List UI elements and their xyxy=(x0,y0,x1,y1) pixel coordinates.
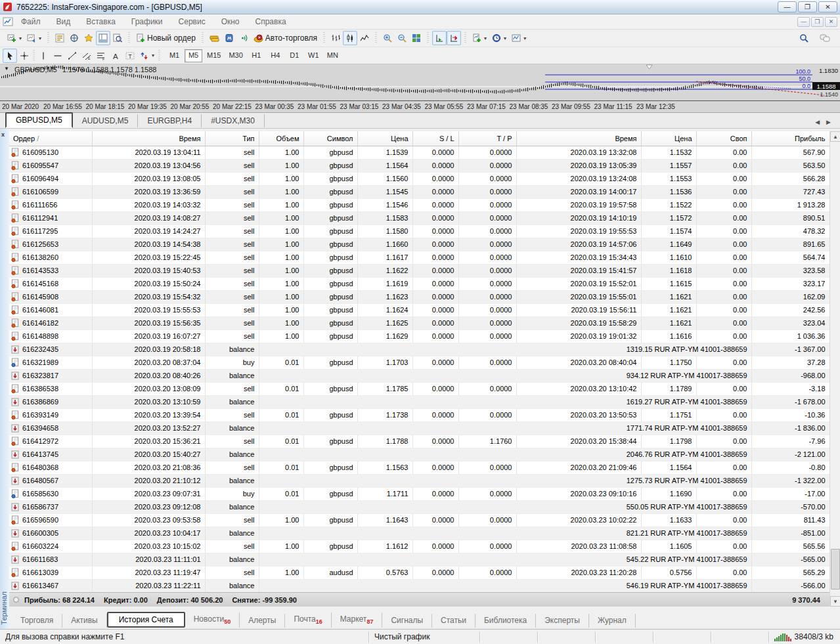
table-row[interactable]: 6163865382020.03.20 13:08:09sell0.01gbpu… xyxy=(9,382,829,395)
table-row[interactable]: 6163238172020.03.20 08:40:26balance934.1… xyxy=(9,369,829,382)
strategy-tester-button[interactable] xyxy=(110,31,125,45)
chart-tab-gbpusd-m5[interactable]: GBPUSD,M5 xyxy=(5,112,73,128)
chevron-down-icon[interactable]: ▼ xyxy=(4,66,9,74)
menu-item-Окно[interactable]: Окно xyxy=(213,15,248,28)
table-row[interactable]: 6161256532020.03.19 14:54:38sell1.00gbpu… xyxy=(9,238,829,251)
menu-item-Сервис[interactable]: Сервис xyxy=(171,15,213,28)
tab-алерты[interactable]: Алерты xyxy=(240,614,285,628)
indicators-button[interactable]: ▾ xyxy=(470,31,489,45)
table-row[interactable]: 6165856302020.03.23 09:07:31buy0.01gbpus… xyxy=(9,487,829,500)
dropdown-arrow-icon[interactable]: ▾ xyxy=(504,35,506,41)
dropdown-arrow-icon[interactable]: ▾ xyxy=(523,35,526,41)
tile-windows-button[interactable] xyxy=(409,31,424,45)
column-header[interactable]: Время xyxy=(92,131,205,146)
auto-scroll-button[interactable] xyxy=(432,31,447,45)
line-chart-button[interactable] xyxy=(357,31,372,45)
column-header[interactable]: Ордер / xyxy=(9,131,92,146)
table-row[interactable]: 6166003052020.03.23 10:04:17balance821.2… xyxy=(9,526,829,540)
menu-item-Файл[interactable]: Файл xyxy=(13,15,49,28)
close-icon[interactable]: x xyxy=(1,131,5,138)
table-row[interactable]: 6161451682020.03.19 15:50:24sell1.00gbpu… xyxy=(9,277,829,290)
table-row[interactable]: 6161129412020.03.19 14:08:27sell1.00gbpu… xyxy=(9,211,829,225)
dropdown-arrow-icon[interactable]: ▾ xyxy=(152,53,154,58)
vertical-line-button[interactable] xyxy=(36,49,51,63)
scroll-down-button[interactable]: ▼ xyxy=(830,596,840,607)
timeframe-w1[interactable]: W1 xyxy=(305,49,322,62)
child-close-button[interactable]: ✕ xyxy=(825,17,837,27)
metaquotes-button[interactable] xyxy=(207,31,222,45)
table-row[interactable]: 6161116562020.03.19 14:03:32sell1.00gbpu… xyxy=(9,198,829,211)
scroll-up-button[interactable]: ▲ xyxy=(830,131,840,142)
timeframe-mn[interactable]: MN xyxy=(324,49,342,62)
tab-маркет[interactable]: Маркет87 xyxy=(332,612,383,628)
table-row[interactable]: 6163219892020.03.20 08:37:04buy0.01gbpus… xyxy=(9,356,829,369)
cursor-button[interactable] xyxy=(3,49,17,63)
table-row[interactable]: 6163868692020.03.20 13:10:59balance1619.… xyxy=(9,395,829,408)
child-restore-button[interactable]: ❐ xyxy=(811,17,824,27)
table-row[interactable]: 6166032242020.03.23 10:15:02sell1.00gbpu… xyxy=(9,540,829,553)
zoom-in-button[interactable] xyxy=(380,31,395,45)
table-row[interactable]: 6161435332020.03.19 15:40:53sell1.00gbpu… xyxy=(9,264,829,277)
table-row[interactable]: 6164805672020.03.20 21:10:12balance1275.… xyxy=(9,474,829,487)
candles-chart-button[interactable] xyxy=(343,31,357,45)
timeframe-m1[interactable]: M1 xyxy=(166,49,183,62)
table-row[interactable]: 6164129722020.03.20 15:36:21sell0.01gbpu… xyxy=(9,435,829,448)
chat-icon[interactable] xyxy=(817,31,833,45)
tab-scroll-left-icon[interactable]: ◀ xyxy=(815,119,820,125)
timeframe-h4[interactable]: H4 xyxy=(267,49,284,62)
autotrade-button[interactable]: Авто-торговля xyxy=(251,31,320,45)
trendline-button[interactable] xyxy=(65,49,79,63)
table-row[interactable]: 6162324352020.03.19 20:58:18balance1319.… xyxy=(9,343,829,356)
timeframe-m15[interactable]: M15 xyxy=(204,49,224,62)
dropdown-arrow-icon[interactable]: ▾ xyxy=(39,35,41,41)
table-row[interactable]: 6160964942020.03.19 13:08:05sell1.00gbpu… xyxy=(9,172,829,185)
column-header[interactable]: Цена xyxy=(641,131,696,146)
column-header[interactable]: Объем xyxy=(259,131,303,146)
search-icon[interactable] xyxy=(797,31,812,45)
tab-журнал[interactable]: Журнал xyxy=(589,614,636,628)
column-header[interactable]: Своп xyxy=(696,131,751,146)
table-scrollbar[interactable]: ▲ ▼ xyxy=(829,131,840,607)
column-header[interactable]: Время xyxy=(516,131,641,146)
minimize-button[interactable]: — xyxy=(778,1,797,12)
table-row[interactable]: 6164803682020.03.20 21:08:36sell0.01gbpu… xyxy=(9,461,829,474)
table-row[interactable]: 6161461822020.03.19 15:56:35sell1.00gbpu… xyxy=(9,316,829,330)
data-window-button[interactable] xyxy=(67,31,81,45)
shapes-button[interactable]: ▾ xyxy=(137,49,157,63)
column-header[interactable]: Прибыль xyxy=(751,131,829,146)
tab-статьи[interactable]: Статьи xyxy=(432,614,475,628)
close-button[interactable]: ✕ xyxy=(818,1,837,12)
table-row[interactable]: 6161382602020.03.19 15:22:45sell1.00gbpu… xyxy=(9,251,829,264)
crosshair-button[interactable] xyxy=(17,49,32,63)
text-button[interactable]: A xyxy=(108,49,123,63)
table-row[interactable]: 6166134672020.03.23 11:22:11balance546.1… xyxy=(9,579,829,592)
scroll-thumb[interactable] xyxy=(831,549,840,590)
terminal-button[interactable] xyxy=(96,31,110,45)
title-bar[interactable]: 7652225: InstaForex-Singapore.com - [GBP… xyxy=(0,0,840,14)
label-button[interactable]: T xyxy=(123,49,137,63)
dropdown-arrow-icon[interactable]: ▾ xyxy=(19,35,22,41)
timeframe-h1[interactable]: H1 xyxy=(248,49,265,62)
tab-библиотека[interactable]: Библиотека xyxy=(475,614,536,628)
channel-button[interactable]: E xyxy=(79,49,94,63)
column-header[interactable]: Цена xyxy=(357,131,412,146)
new-chart-button[interactable]: ▾ xyxy=(5,31,24,45)
fibonacci-button[interactable]: F xyxy=(94,49,108,63)
chart-area[interactable]: 100.050.00.01.18301.15881.1540 ▼ GBPUSD,… xyxy=(0,64,840,113)
menu-item-Графики[interactable]: Графики xyxy=(123,15,171,28)
tab-история-счета[interactable]: История Счета xyxy=(107,612,185,628)
menu-item-Вид[interactable]: Вид xyxy=(49,15,79,28)
signals-button[interactable] xyxy=(236,31,251,45)
column-header[interactable]: Тип xyxy=(205,131,259,146)
table-row[interactable]: 6160955472020.03.19 13:04:56sell1.00gbpu… xyxy=(9,159,829,172)
tab-активы[interactable]: Активы xyxy=(62,614,107,628)
table-row[interactable]: 6161488982020.03.19 16:07:27sell1.00gbpu… xyxy=(9,330,829,343)
table-row[interactable]: 6163931492020.03.20 13:39:54sell0.01gbpu… xyxy=(9,408,829,421)
table-row[interactable]: 6160951302020.03.19 13:04:11sell1.00gbpu… xyxy=(9,146,829,159)
table-row[interactable]: 6166116832020.03.23 11:11:01balance545.2… xyxy=(9,553,829,566)
menu-item-Справка[interactable]: Справка xyxy=(248,15,294,28)
market-watch-button[interactable] xyxy=(53,31,67,45)
timeframe-d1[interactable]: D1 xyxy=(286,49,303,62)
table-row[interactable]: 6163946582020.03.20 13:52:27balance1771.… xyxy=(9,421,829,435)
maximize-button[interactable]: ❐ xyxy=(798,1,817,12)
